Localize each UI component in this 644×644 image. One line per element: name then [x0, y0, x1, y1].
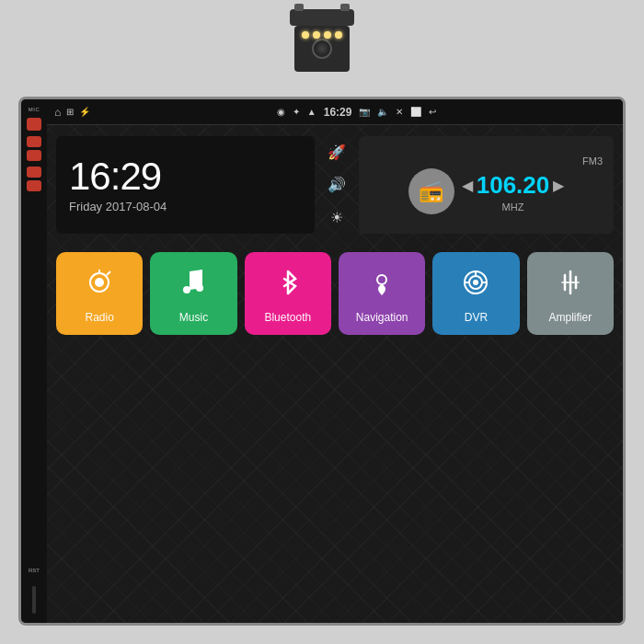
radio-band: FM3: [582, 155, 603, 167]
navigation-app-icon: [367, 268, 397, 304]
radio-app-icon: [85, 268, 114, 304]
window-icon: ⬜: [410, 107, 421, 117]
radio-section: FM3 📻 ◀ 106.20 ▶ MHZ: [359, 136, 614, 234]
camera-leds: [296, 31, 348, 39]
left-panel: MIC RST: [21, 99, 47, 623]
svg-point-9: [473, 280, 478, 285]
app-bluetooth[interactable]: Bluetooth: [245, 252, 331, 335]
app-dvr[interactable]: DVR: [432, 252, 519, 335]
seek-up-button[interactable]: [27, 167, 41, 178]
bluetooth-status-icon: ✦: [293, 107, 300, 117]
svg-line-3: [107, 271, 110, 275]
gps-icon: ◉: [277, 107, 285, 117]
main-content: 16:29 Friday 2017-08-04 🚀 🔊 ☀ FM3 📻: [47, 125, 623, 623]
status-bar: ⌂ ⊞ ⚡ ◉ ✦ ▲ 16:29 📷 🔈 ✕ ⬜ ↩: [47, 99, 623, 125]
rst-label: RST: [29, 568, 40, 573]
radio-controls: 📻 ◀ 106.20 ▶ MHZ: [408, 168, 565, 214]
svg-point-5: [196, 284, 203, 292]
wifi-icon: ▲: [307, 107, 316, 117]
bluetooth-app-label: Bluetooth: [264, 311, 311, 324]
volume-up-button[interactable]: [27, 136, 41, 147]
music-app-icon: [178, 268, 208, 304]
close-status-icon: ✕: [396, 107, 403, 117]
home-icon[interactable]: ⌂: [54, 106, 61, 119]
camera-mount: [290, 9, 354, 26]
power-button[interactable]: [27, 118, 41, 131]
led-3: [324, 31, 331, 39]
sd-slot: [32, 586, 36, 614]
dvr-app-icon: [461, 268, 490, 304]
svg-point-6: [377, 275, 386, 284]
clock-date: Friday 2017-08-04: [69, 200, 302, 213]
svg-point-1: [95, 278, 104, 287]
music-app-label: Music: [179, 311, 208, 324]
app-grid: Radio Music: [47, 245, 623, 348]
middle-icons: 🚀 🔊 ☀: [324, 136, 350, 234]
app-amplifier[interactable]: Amplifier: [527, 252, 614, 335]
radio-frequency: 106.20: [477, 171, 550, 200]
amplifier-app-icon: [556, 268, 585, 304]
clock-section: 16:29 Friday 2017-08-04: [56, 136, 315, 234]
radio-next-button[interactable]: ▶: [553, 177, 564, 194]
radio-icon[interactable]: 📻: [408, 168, 454, 214]
radio-app-label: Radio: [85, 311, 113, 324]
led-2: [313, 31, 320, 39]
led-4: [335, 31, 342, 39]
rocket-icon[interactable]: 🚀: [328, 144, 346, 161]
navigation-app-label: Navigation: [356, 311, 408, 324]
radio-unit: MHZ: [462, 201, 565, 213]
screen: ⌂ ⊞ ⚡ ◉ ✦ ▲ 16:29 📷 🔈 ✕ ⬜ ↩ 1: [47, 99, 623, 623]
backup-camera: [281, 9, 363, 92]
seek-down-button[interactable]: [27, 180, 41, 191]
status-time: 16:29: [324, 106, 352, 119]
info-panel: 16:29 Friday 2017-08-04 🚀 🔊 ☀ FM3 📻: [47, 125, 623, 245]
speaker-icon[interactable]: 🔊: [328, 176, 346, 193]
volume-status-icon: 🔈: [377, 107, 388, 117]
app-navigation[interactable]: Navigation: [339, 252, 425, 335]
amplifier-app-label: Amplifier: [548, 311, 592, 324]
radio-nav: ◀ 106.20 ▶: [462, 171, 565, 200]
brightness-icon[interactable]: ☀: [330, 209, 343, 226]
radio-freq-area: ◀ 106.20 ▶ MHZ: [462, 171, 565, 213]
camera-status-icon: 📷: [359, 107, 370, 117]
led-1: [302, 31, 309, 39]
apps-icon[interactable]: ⊞: [66, 107, 74, 117]
volume-down-button[interactable]: [27, 150, 41, 161]
app-radio[interactable]: Radio: [56, 252, 143, 335]
camera-lens: [312, 39, 332, 59]
usb-icon: ⚡: [79, 107, 90, 117]
radio-prev-button[interactable]: ◀: [462, 177, 473, 194]
car-stereo-unit: MIC RST ⌂ ⊞ ⚡ ◉ ✦ ▲ 16:29 📷: [18, 97, 626, 626]
bluetooth-app-icon: [273, 268, 303, 304]
status-left-icons: ⌂ ⊞ ⚡: [54, 106, 90, 119]
app-music[interactable]: Music: [150, 252, 236, 335]
dvr-app-label: DVR: [465, 311, 488, 324]
mic-label: MIC: [29, 107, 40, 112]
clock-time: 16:29: [69, 157, 302, 196]
volume-buttons: [27, 136, 41, 161]
status-center: ◉ ✦ ▲ 16:29 📷 🔈 ✕ ⬜ ↩: [98, 106, 615, 119]
back-icon[interactable]: ↩: [429, 107, 436, 117]
svg-point-4: [183, 286, 190, 293]
seek-buttons: [27, 167, 41, 191]
